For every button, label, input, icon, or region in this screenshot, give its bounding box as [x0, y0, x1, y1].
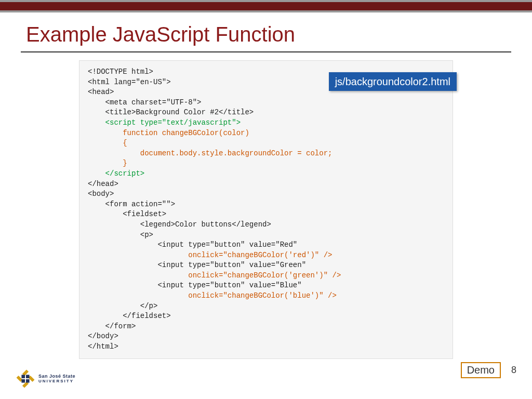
code-line: <fieldset> [88, 209, 444, 220]
code-line: </p> [88, 301, 444, 312]
code-line: </head> [88, 179, 444, 190]
code-line: document.body.style.backgroundColor = co… [88, 149, 444, 159]
code-line: } [88, 158, 444, 169]
svg-rect-6 [21, 379, 25, 383]
filename-badge: js/backgroundcolor2.html [329, 72, 457, 91]
svg-rect-4 [21, 375, 25, 378]
code-line: <input type="button" value="Blue" [88, 281, 444, 291]
page-number: 8 [511, 365, 516, 376]
code-line: <body> [88, 189, 444, 200]
university-logo: San José State UNIVERSITY [16, 369, 75, 389]
code-line: onclick="changeBGColor('blue')" /> [88, 291, 444, 301]
demo-button[interactable]: Demo [461, 362, 501, 378]
code-example-box: js/backgroundcolor2.html <!DOCTYPE html>… [79, 60, 453, 359]
slide-title: Example JavaScript Function [26, 23, 532, 46]
code-line: <script type="text/javascript"> [88, 118, 444, 128]
code-line: { [88, 138, 444, 149]
code-line: </form> [88, 322, 444, 332]
code-line: </html> [88, 342, 444, 352]
title-underline [21, 51, 511, 52]
code-line: function changeBGColor(color) [88, 128, 444, 139]
code-line: </body> [88, 331, 444, 342]
svg-rect-7 [26, 379, 30, 383]
code-line: <meta charset="UTF-8"> [88, 98, 444, 108]
code-line: <input type="button" value="Red" [88, 240, 444, 250]
logo-text: San José State UNIVERSITY [38, 374, 75, 384]
code-line: onclick="changeBGColor('red')" /> [88, 250, 444, 261]
code-line: </fieldset> [88, 311, 444, 322]
logo-line2: UNIVERSITY [38, 379, 75, 384]
code-line: <legend>Color buttons</legend> [88, 220, 444, 230]
code-line: onclick="changeBGColor('green')" /> [88, 271, 444, 281]
top-bar [0, 0, 532, 12]
code-line: <form action=""> [88, 200, 444, 210]
sjsu-logo-icon [16, 369, 35, 389]
code-line: <title>Background Color #2</title> [88, 108, 444, 118]
code-line: </script> [88, 169, 444, 179]
svg-rect-5 [26, 375, 30, 378]
code-line: <p> [88, 230, 444, 241]
code-line: <input type="button" value="Green" [88, 260, 444, 271]
